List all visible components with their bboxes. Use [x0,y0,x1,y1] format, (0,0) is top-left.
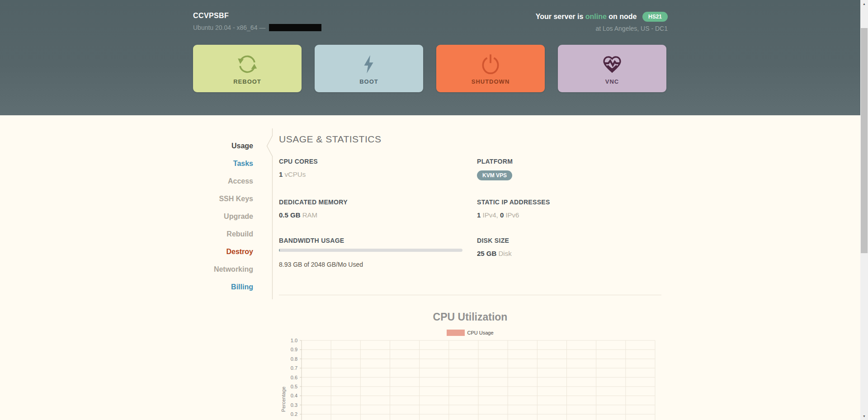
stat-disk-label: DISK SIZE [477,237,661,244]
svg-text:1.0: 1.0 [291,338,297,343]
server-name: CCVPSBF [193,12,321,20]
vnc-button-label: VNC [605,78,619,85]
reboot-button[interactable]: REBOOT [193,45,302,92]
disk-unit: Disk [499,250,512,257]
usage-panel: USAGE & STATISTICS CPU CORES 1 vCPUs PLA… [279,134,661,420]
svg-text:0.3: 0.3 [291,402,297,408]
stat-cpu-cores: CPU CORES 1 vCPUs [279,158,477,180]
disk-value: 25 GB [477,250,496,257]
stat-ips-label: STATIC IP ADDRESSES [477,198,661,206]
page-title: USAGE & STATISTICS [279,134,661,145]
stat-bandwidth: BANDWIDTH USAGE 8.93 GB of 2048 GB/Mo Us… [279,237,477,268]
bandwidth-progressbar [279,249,462,252]
stat-memory: DEDICATED MEMORY 0.5 GB RAM [279,198,477,219]
cpu-utilization-chart: 1.00.90.80.70.60.50.40.30.20.10.0Percent… [279,336,661,420]
lightning-bolt-icon [359,52,379,76]
sidebar-item-usage[interactable]: Usage [193,137,253,155]
status-state: online [585,13,607,20]
ipv6-unit: IPv6 [505,211,519,219]
cpu-unit: vCPUs [285,170,306,178]
bandwidth-progress-fill [279,249,280,252]
ipv4-unit: IPv4, [483,211,498,219]
cpu-value: 1 [279,170,283,178]
memory-value: 0.5 GB [279,211,301,219]
legend-label: CPU Usage [467,330,493,335]
legend-swatch [447,330,465,336]
sidebar-item-destroy[interactable]: Destroy [193,243,253,260]
scrollbar-down-button[interactable]: ▼ [860,412,868,420]
svg-text:0.9: 0.9 [291,347,297,352]
redacted-server-id [269,24,321,31]
shutdown-button[interactable]: SHUTDOWN [436,45,545,92]
ipv6-value: 0 [500,211,504,219]
server-os-meta: Ubuntu 20.04 - x86_64 — [193,24,321,31]
svg-text:0.7: 0.7 [291,365,297,371]
server-status: Your server is online on node HS21 at Lo… [536,12,668,32]
section-divider [279,295,661,295]
server-actions: REBOOT BOOT SHUTDOWN [193,45,666,92]
main-content: Usage Tasks Access SSH Keys Upgrade Rebu… [193,115,668,420]
server-header: CCVPSBF Ubuntu 20.04 - x86_64 — Your ser… [0,0,868,115]
sidebar-item-upgrade[interactable]: Upgrade [193,208,253,225]
server-identity: CCVPSBF Ubuntu 20.04 - x86_64 — [193,12,321,31]
sidebar-item-ssh-keys[interactable]: SSH Keys [193,190,253,208]
chart-legend: CPU Usage [279,330,661,336]
scrollbar-up-button[interactable]: ▲ [860,0,868,8]
sidebar-item-networking[interactable]: Networking [193,260,253,278]
svg-text:Percentage: Percentage [281,387,286,412]
sidebar-item-billing[interactable]: Billing [193,278,253,296]
status-line: Your server is online on node HS21 [536,12,668,22]
ipv4-value: 1 [477,211,481,219]
server-os-text: Ubuntu 20.04 - x86_64 — [193,24,265,31]
sidebar-item-tasks[interactable]: Tasks [193,155,253,172]
boot-button-label: BOOT [359,78,378,85]
memory-unit: RAM [302,211,317,219]
status-infix: on node [607,13,637,20]
stat-ips: STATIC IP ADDRESSES 1 IPv4, 0 IPv6 [477,198,661,219]
shutdown-button-label: SHUTDOWN [472,78,510,85]
power-icon [479,52,502,76]
sidebar-item-access[interactable]: Access [193,172,253,190]
svg-text:0.4: 0.4 [291,393,297,398]
stat-platform-label: PLATFORM [477,158,661,165]
stat-bandwidth-label: BANDWIDTH USAGE [279,237,477,244]
sidebar-nav: Usage Tasks Access SSH Keys Upgrade Rebu… [193,134,267,420]
stat-cpu-label: CPU CORES [279,158,477,165]
stat-platform: PLATFORM KVM VPS [477,158,661,180]
svg-text:0.8: 0.8 [291,356,297,362]
stat-memory-label: DEDICATED MEMORY [279,198,477,206]
heart-pulse-icon [601,52,623,76]
sidebar-item-rebuild[interactable]: Rebuild [193,225,253,243]
bandwidth-caption: 8.93 GB of 2048 GB/Mo Used [279,261,477,268]
svg-text:0.2: 0.2 [291,411,297,417]
stat-disk: DISK SIZE 25 GB Disk [477,237,661,268]
vnc-button[interactable]: VNC [558,45,666,92]
node-badge: HS21 [642,12,668,22]
svg-text:0.6: 0.6 [291,375,297,380]
refresh-icon [236,52,258,76]
platform-badge: KVM VPS [477,170,512,180]
svg-text:0.5: 0.5 [291,384,297,389]
reboot-button-label: REBOOT [233,78,261,85]
scrollbar-thumb[interactable] [861,28,868,253]
scrollbar[interactable]: ▲ ▼ [860,0,868,420]
status-prefix: Your server is [536,13,585,20]
server-location: at Los Angeles, US - DC1 [536,25,668,32]
sidebar-divider-notch [266,128,273,299]
boot-button[interactable]: BOOT [315,45,423,92]
chart-title: CPU Utilization [279,311,661,323]
